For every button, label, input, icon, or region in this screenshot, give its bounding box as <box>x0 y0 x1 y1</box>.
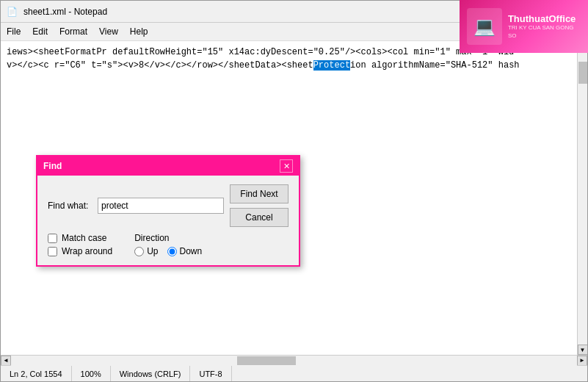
middle-row: Match case Wrap around Direction <box>48 233 288 256</box>
title-bar: 📄 sheet1.xml - Notepad 💻 ThuthuatOffice … <box>1 1 587 23</box>
wrap-around-text: Wrap around <box>62 246 112 256</box>
title-bar-left: 📄 sheet1.xml - Notepad <box>7 7 107 17</box>
find-what-row: Find what: Find Next Cancel <box>48 184 288 227</box>
editor-line-1-text: iews><sheetFormatPr defaultRowHeight="15… <box>7 47 514 57</box>
dialog-title-bar: Find ✕ <box>37 156 299 176</box>
scroll-right-button[interactable]: ► <box>577 356 587 366</box>
wrap-around-checkbox[interactable] <box>48 247 57 256</box>
highlighted-word: Protect <box>313 60 350 71</box>
match-case-text: Match case <box>62 233 106 243</box>
main-window: 📄 sheet1.xml - Notepad 💻 ThuthuatOffice … <box>0 0 588 382</box>
line2-post: ion algorithmName="SHA-512" hash <box>350 60 519 71</box>
find-next-button[interactable]: Find Next <box>230 184 288 203</box>
menu-view[interactable]: View <box>93 24 124 39</box>
match-case-label[interactable]: Match case <box>48 233 112 243</box>
hscroll-track[interactable] <box>11 356 577 366</box>
encoding: UTF-8 <box>199 370 222 378</box>
dialog-close-button[interactable]: ✕ <box>280 159 293 173</box>
status-bar: Ln 2, Col 1554 100% Windows (CRLF) UTF-8 <box>1 365 587 381</box>
logo-computer-icon: 💻 <box>473 16 496 37</box>
match-case-checkbox[interactable] <box>48 234 57 243</box>
window-title: sheet1.xml - Notepad <box>23 7 107 17</box>
status-encoding: UTF-8 <box>190 366 231 381</box>
down-radio-label[interactable]: Down <box>167 246 203 256</box>
app-icon: 📄 <box>7 7 18 17</box>
logo-tagline: TRI KY CUA SAN GONG SO <box>508 24 581 40</box>
cancel-button[interactable]: Cancel <box>230 208 288 227</box>
right-scrollbar[interactable]: ▲ ▼ <box>577 41 587 355</box>
menu-file[interactable]: File <box>1 24 26 39</box>
dialog-body: Find what: Find Next Cancel Ma <box>37 176 299 265</box>
hscroll-thumb[interactable] <box>237 356 296 365</box>
options-and-direction: Match case Wrap around Direction <box>48 233 202 256</box>
logo-text-area: ThuthuatOffice TRI KY CUA SAN GONG SO <box>508 13 581 40</box>
logo-box: 💻 ThuthuatOffice TRI KY CUA SAN GONG SO <box>460 0 588 53</box>
status-zoom: 100% <box>72 366 111 381</box>
logo-icon-box: 💻 <box>467 8 502 45</box>
horizontal-scrollbar[interactable]: ◄ ► <box>1 355 587 365</box>
wrap-around-label[interactable]: Wrap around <box>48 246 112 256</box>
scroll-right-arrow: ► <box>579 357 585 364</box>
find-dialog: Find ✕ Find what: Find Next Cancel <box>36 155 300 267</box>
editor-wrapper: iews><sheetFormatPr defaultRowHeight="15… <box>1 41 587 355</box>
scroll-left-arrow: ◄ <box>3 357 9 364</box>
scroll-thumb[interactable] <box>578 62 587 84</box>
scroll-down-button[interactable]: ▼ <box>578 345 588 355</box>
direction-label: Direction <box>134 233 202 243</box>
direction-group: Direction Up Down <box>134 233 202 256</box>
editor-line-2: v></c><c r="C6" t="s"><v>8</v></c></row>… <box>7 59 571 72</box>
menu-format[interactable]: Format <box>54 24 93 39</box>
up-radio[interactable] <box>134 247 144 256</box>
status-line-ending: Windows (CRLF) <box>111 366 191 381</box>
status-position: Ln 2, Col 1554 <box>7 366 72 381</box>
line-ending: Windows (CRLF) <box>120 370 181 378</box>
find-what-input[interactable] <box>98 198 224 214</box>
line2-pre: v></c><c r="C6" t="s"><v>8</v></c></row>… <box>7 60 313 71</box>
dialog-title: Find <box>43 161 62 171</box>
find-what-label: Find what: <box>48 201 92 211</box>
down-radio-text: Down <box>180 246 203 256</box>
menu-edit[interactable]: Edit <box>26 24 54 39</box>
scroll-left-button[interactable]: ◄ <box>1 356 11 366</box>
direction-radio-row: Up Down <box>134 246 202 256</box>
menu-help[interactable]: Help <box>124 24 154 39</box>
cursor-position: Ln 2, Col 1554 <box>10 370 62 378</box>
logo-brand: ThuthuatOffice <box>508 13 581 25</box>
up-radio-text: Up <box>147 246 158 256</box>
zoom-level: 100% <box>81 370 101 378</box>
scroll-down-arrow: ▼ <box>580 347 586 353</box>
dialog-buttons: Find Next Cancel <box>230 184 288 227</box>
options-group: Match case Wrap around <box>48 233 112 256</box>
down-radio[interactable] <box>167 247 177 256</box>
up-radio-label[interactable]: Up <box>134 246 158 256</box>
